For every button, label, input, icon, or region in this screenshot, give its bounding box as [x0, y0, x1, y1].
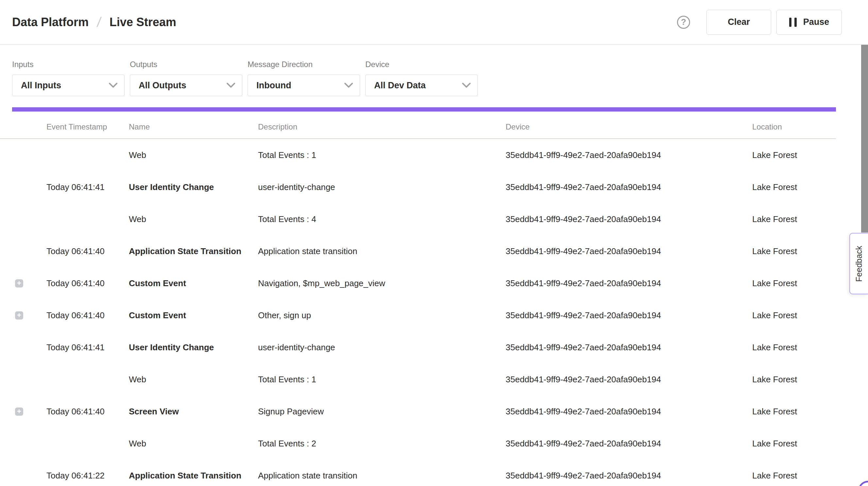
live-stream-progress-bar	[12, 107, 836, 112]
column-header-location: Location	[752, 122, 836, 131]
page-title: Live Stream	[110, 16, 176, 29]
plus-icon[interactable]: +	[15, 407, 23, 416]
event-location: Lake Forest	[752, 150, 836, 160]
event-description: user-identity-change	[258, 182, 506, 192]
column-header-event-timestamp: Event Timestamp	[46, 122, 129, 131]
event-description: user-identity-change	[258, 342, 506, 353]
event-timestamp: Today 06:41:40	[46, 310, 129, 321]
event-location: Lake Forest	[752, 246, 836, 256]
corner-widget-accent	[858, 481, 868, 486]
event-description: Other, sign up	[258, 310, 506, 321]
event-timestamp: Today 06:41:40	[46, 406, 129, 417]
event-timestamp: Today 06:41:41	[46, 182, 129, 192]
table-header-row: Event Timestamp Name Description Device …	[0, 112, 836, 139]
event-name: Application State Transition	[129, 246, 258, 256]
table-row[interactable]: WebTotal Events : 135eddb41-9ff9-49e2-7a…	[0, 363, 836, 395]
plus-icon[interactable]: +	[15, 311, 23, 320]
breadcrumb: Data Platform / Live Stream	[12, 0, 176, 44]
event-location: Lake Forest	[752, 310, 836, 321]
column-header-name: Name	[129, 122, 258, 131]
chevron-down-icon	[344, 83, 353, 88]
event-description: Signup Pageview	[258, 406, 506, 417]
table-row[interactable]: +Today 06:41:40Screen ViewSignup Pagevie…	[0, 395, 836, 427]
filter-outputs-label: Outputs	[130, 60, 242, 69]
chevron-down-icon	[462, 83, 471, 88]
expand-cell: +	[0, 311, 46, 320]
event-device: 35eddb41-9ff9-49e2-7aed-20afa90eb194	[506, 406, 752, 417]
event-name: Application State Transition	[129, 470, 258, 481]
event-table: Event Timestamp Name Description Device …	[0, 112, 836, 486]
event-location: Lake Forest	[752, 438, 836, 449]
event-name: Web	[129, 374, 258, 385]
inputs-select[interactable]: All Inputs	[12, 74, 125, 96]
event-device: 35eddb41-9ff9-49e2-7aed-20afa90eb194	[506, 278, 752, 288]
app-header: Data Platform / Live Stream ? Clear Paus…	[0, 0, 868, 45]
pause-button[interactable]: Pause	[776, 10, 842, 35]
event-device: 35eddb41-9ff9-49e2-7aed-20afa90eb194	[506, 310, 752, 321]
table-row[interactable]: WebTotal Events : 435eddb41-9ff9-49e2-7a…	[0, 203, 836, 235]
expand-cell: +	[0, 407, 46, 416]
table-row[interactable]: Today 06:41:22Application State Transiti…	[0, 459, 836, 486]
feedback-tab[interactable]: Feedback	[849, 233, 868, 294]
expand-cell: +	[0, 279, 46, 287]
table-body: WebTotal Events : 135eddb41-9ff9-49e2-7a…	[0, 139, 836, 486]
chevron-down-icon	[108, 83, 118, 88]
chevron-down-icon	[226, 83, 236, 88]
header-actions: ? Clear Pause	[677, 0, 842, 44]
event-device: 35eddb41-9ff9-49e2-7aed-20afa90eb194	[506, 246, 752, 256]
vertical-scrollbar-thumb[interactable]	[861, 45, 868, 233]
event-location: Lake Forest	[752, 470, 836, 481]
event-device: 35eddb41-9ff9-49e2-7aed-20afa90eb194	[506, 214, 752, 224]
event-device: 35eddb41-9ff9-49e2-7aed-20afa90eb194	[506, 342, 752, 353]
event-timestamp: Today 06:41:41	[46, 342, 129, 353]
event-device: 35eddb41-9ff9-49e2-7aed-20afa90eb194	[506, 150, 752, 160]
clear-button[interactable]: Clear	[707, 10, 771, 35]
table-row[interactable]: WebTotal Events : 235eddb41-9ff9-49e2-7a…	[0, 427, 836, 459]
event-name: User Identity Change	[129, 342, 258, 353]
breadcrumb-separator: /	[96, 14, 102, 30]
message-direction-select[interactable]: Inbound	[248, 74, 360, 96]
event-name: Web	[129, 438, 258, 449]
device-select-value: All Dev Data	[374, 81, 426, 91]
event-description: Total Events : 4	[258, 214, 506, 224]
event-device: 35eddb41-9ff9-49e2-7aed-20afa90eb194	[506, 374, 752, 385]
filter-message-direction: Message Direction Inbound	[248, 60, 360, 96]
table-row[interactable]: +Today 06:41:40Custom EventOther, sign u…	[0, 299, 836, 331]
table-row[interactable]: Today 06:41:41User Identity Changeuser-i…	[0, 171, 836, 203]
event-timestamp: Today 06:41:22	[46, 470, 129, 481]
table-row[interactable]: +Today 06:41:40Custom EventNavigation, $…	[0, 267, 836, 299]
event-timestamp: Today 06:41:40	[46, 246, 129, 256]
column-header-device: Device	[506, 122, 752, 131]
event-location: Lake Forest	[752, 342, 836, 353]
event-name: Custom Event	[129, 278, 258, 288]
plus-icon[interactable]: +	[15, 279, 23, 287]
outputs-select-value: All Outputs	[139, 81, 186, 91]
event-device: 35eddb41-9ff9-49e2-7aed-20afa90eb194	[506, 470, 752, 481]
pause-icon	[789, 18, 797, 27]
filter-device-label: Device	[365, 60, 478, 69]
table-row[interactable]: Today 06:41:40Application State Transiti…	[0, 235, 836, 267]
event-location: Lake Forest	[752, 214, 836, 224]
pause-button-label: Pause	[803, 17, 829, 27]
feedback-tab-label: Feedback	[854, 246, 864, 282]
event-name: Web	[129, 150, 258, 160]
table-row[interactable]: WebTotal Events : 135eddb41-9ff9-49e2-7a…	[0, 139, 836, 171]
event-name: Custom Event	[129, 310, 258, 321]
event-device: 35eddb41-9ff9-49e2-7aed-20afa90eb194	[506, 438, 752, 449]
message-direction-select-value: Inbound	[256, 81, 291, 91]
device-select[interactable]: All Dev Data	[365, 74, 478, 96]
event-description: Navigation, $mp_web_page_view	[258, 278, 506, 288]
filter-outputs: Outputs All Outputs	[130, 60, 242, 96]
inputs-select-value: All Inputs	[21, 81, 61, 91]
help-icon[interactable]: ?	[677, 16, 690, 29]
event-name: Screen View	[129, 406, 258, 417]
table-row[interactable]: Today 06:41:41User Identity Changeuser-i…	[0, 331, 836, 363]
event-description: Application state transition	[258, 246, 506, 256]
event-location: Lake Forest	[752, 374, 836, 385]
filter-inputs-label: Inputs	[12, 60, 125, 69]
breadcrumb-data-platform[interactable]: Data Platform	[12, 16, 89, 29]
filter-inputs: Inputs All Inputs	[12, 60, 125, 96]
event-name: Web	[129, 214, 258, 224]
outputs-select[interactable]: All Outputs	[130, 74, 242, 96]
event-location: Lake Forest	[752, 182, 836, 192]
